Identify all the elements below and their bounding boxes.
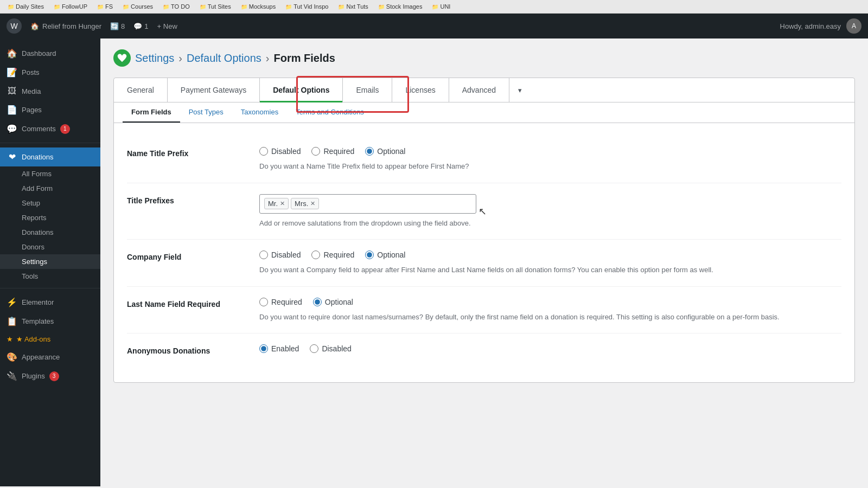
bookmark-label: UNI bbox=[440, 3, 450, 10]
breadcrumb-settings-link[interactable]: Settings bbox=[135, 52, 174, 65]
radio-required-option[interactable]: Required bbox=[311, 147, 354, 156]
sidebar-label: Templates bbox=[22, 317, 54, 325]
sidebar-item-donations-sub[interactable]: Donations bbox=[0, 225, 100, 240]
radio-required[interactable] bbox=[311, 147, 320, 156]
company-required-option[interactable]: Required bbox=[311, 251, 354, 259]
updates-link[interactable]: 🔄 8 bbox=[110, 22, 125, 30]
sidebar-addons[interactable]: ★ ★ Add-ons bbox=[0, 331, 100, 348]
last-name-required-option[interactable]: Required bbox=[259, 298, 302, 306]
plugins-badge: 3 bbox=[49, 371, 59, 381]
tab-licenses[interactable]: Licenses bbox=[392, 78, 449, 102]
sidebar-item-reports[interactable]: Reports bbox=[0, 210, 100, 225]
company-optional-option[interactable]: Optional bbox=[365, 251, 405, 259]
folder-icon: 📁 bbox=[8, 4, 14, 10]
main-content: Settings › Default Options › Form Fields… bbox=[100, 38, 868, 486]
bookmark-label: Daily Sites bbox=[16, 3, 44, 10]
anonymous-radio-disabled[interactable] bbox=[310, 344, 318, 353]
company-field-desc: Do you want a Company field to appear af… bbox=[259, 265, 841, 275]
sidebar-item-elementor[interactable]: ⚡ Elementor bbox=[0, 293, 100, 312]
wp-logo[interactable]: W bbox=[7, 18, 22, 34]
company-radio-disabled[interactable] bbox=[259, 251, 268, 259]
company-radio-required[interactable] bbox=[311, 251, 320, 259]
anonymous-disabled-label: Disabled bbox=[322, 344, 351, 353]
sidebar-item-donations[interactable]: ❤ Donations bbox=[0, 147, 100, 166]
sub-tab-post-types[interactable]: Post Types bbox=[180, 102, 232, 123]
sidebar-item-settings[interactable]: Settings bbox=[0, 254, 100, 269]
company-disabled-option[interactable]: Disabled bbox=[259, 251, 301, 259]
last-name-optional-option[interactable]: Optional bbox=[313, 298, 353, 306]
anonymous-disabled-option[interactable]: Disabled bbox=[310, 344, 351, 353]
appearance-icon: 🎨 bbox=[7, 352, 17, 362]
tab-general[interactable]: General bbox=[114, 78, 168, 102]
sub-tab-form-fields[interactable]: Form Fields bbox=[123, 102, 180, 123]
tab-emails[interactable]: Emails bbox=[343, 78, 392, 102]
anonymous-enabled-option[interactable]: Enabled bbox=[259, 344, 299, 353]
last-name-radio-required[interactable] bbox=[259, 298, 268, 306]
sub-tab-terms[interactable]: Terms and Conditions bbox=[287, 102, 373, 123]
howdy-text: Howdy, admin.easy bbox=[780, 22, 841, 30]
tab-more-dropdown[interactable]: ▾ bbox=[509, 78, 531, 102]
breadcrumb-current: Form Fields bbox=[273, 52, 335, 65]
avatar[interactable]: A bbox=[846, 18, 861, 34]
sidebar-label: Dashboard bbox=[22, 49, 56, 57]
bookmark-tut-vid[interactable]: 📁 Tut Vid Inspo bbox=[282, 2, 331, 11]
company-disabled-label: Disabled bbox=[271, 251, 301, 259]
sidebar-item-donors[interactable]: Donors bbox=[0, 240, 100, 254]
sidebar-item-all-forms[interactable]: All Forms bbox=[0, 166, 100, 181]
sidebar-item-templates[interactable]: 📋 Templates bbox=[0, 312, 100, 331]
tab-default-options[interactable]: Default Options bbox=[260, 78, 343, 102]
sidebar-item-add-form[interactable]: Add Form bbox=[0, 181, 100, 196]
plugins-icon: 🔌 bbox=[7, 371, 17, 381]
sidebar-item-pages[interactable]: 📄 Pages bbox=[0, 100, 100, 119]
sidebar-label: Posts bbox=[22, 68, 40, 76]
sidebar-item-plugins[interactable]: 🔌 Plugins 3 bbox=[0, 367, 100, 386]
bookmark-label: Mocksups bbox=[249, 3, 276, 10]
tag-mrs-remove[interactable]: ✕ bbox=[310, 201, 315, 207]
radio-disabled-option[interactable]: Disabled bbox=[259, 147, 301, 156]
radio-optional[interactable] bbox=[365, 147, 374, 156]
tag-mr-remove[interactable]: ✕ bbox=[280, 201, 285, 207]
radio-optional-option[interactable]: Optional bbox=[365, 147, 405, 156]
sync-icon: 🔄 bbox=[110, 22, 119, 30]
breadcrumb-default-options-link[interactable]: Default Options bbox=[187, 52, 261, 65]
breadcrumb-sep2: › bbox=[266, 52, 270, 65]
tag-mr-text: Mr. bbox=[268, 200, 278, 208]
tab-default-options-label: Default Options bbox=[273, 86, 329, 94]
company-radio-optional[interactable] bbox=[365, 251, 374, 259]
bookmark-courses[interactable]: 📁 Courses bbox=[119, 2, 156, 11]
bookmark-stock[interactable]: 📁 Stock Images bbox=[375, 2, 426, 11]
sub-tab-taxonomies[interactable]: Taxonomies bbox=[232, 102, 287, 123]
tag-input[interactable] bbox=[321, 198, 471, 209]
bookmark-daily-sites[interactable]: 📁 Daily Sites bbox=[4, 2, 47, 11]
bookmark-tut-sites[interactable]: 📁 Tut Sites bbox=[196, 2, 234, 11]
bookmark-fs[interactable]: 📁 FS bbox=[94, 2, 116, 11]
comment-icon: 💬 bbox=[133, 22, 142, 30]
comments-link[interactable]: 💬 1 bbox=[133, 22, 148, 30]
site-name-link[interactable]: 🏠 Relief from Hunger bbox=[30, 22, 101, 30]
sidebar-item-dashboard[interactable]: 🏠 Dashboard bbox=[0, 44, 100, 63]
radio-disabled[interactable] bbox=[259, 147, 268, 156]
sidebar-item-tools[interactable]: Tools bbox=[0, 269, 100, 284]
sidebar-item-appearance[interactable]: 🎨 Appearance bbox=[0, 348, 100, 367]
bookmark-nxt-tuts[interactable]: 📁 Nxt Tuts bbox=[335, 2, 371, 11]
admin-bar-right: Howdy, admin.easy A bbox=[780, 18, 861, 34]
tabs-container: General Payment Gateways Default Options… bbox=[113, 78, 855, 383]
tab-advanced[interactable]: Advanced bbox=[449, 78, 509, 102]
bookmark-followup[interactable]: 📁 FollowUP bbox=[50, 2, 91, 11]
tag-input-container[interactable]: Mr. ✕ Mrs. ✕ ↖ bbox=[259, 194, 476, 214]
anonymous-radio-enabled[interactable] bbox=[259, 344, 268, 353]
sidebar-item-comments[interactable]: 💬 Comments 1 bbox=[0, 119, 100, 138]
bookmark-mocksups[interactable]: 📁 Mocksups bbox=[238, 2, 279, 11]
bookmark-uni[interactable]: 📁 UNI bbox=[429, 2, 454, 11]
bookmark-todo[interactable]: 📁 TO DO bbox=[159, 2, 193, 11]
anonymous-radio-group: Enabled Disabled bbox=[259, 344, 841, 353]
new-button[interactable]: + New bbox=[157, 22, 177, 30]
sidebar-label: Plugins bbox=[22, 372, 45, 380]
sidebar-item-media[interactable]: 🖼 Media bbox=[0, 82, 100, 100]
last-name-radio-optional[interactable] bbox=[313, 298, 322, 306]
tab-payment-gateways[interactable]: Payment Gateways bbox=[168, 78, 260, 102]
company-field-row: Company Field Disabled Required bbox=[127, 240, 841, 287]
sidebar-item-setup[interactable]: Setup bbox=[0, 196, 100, 210]
sidebar-item-posts[interactable]: 📝 Posts bbox=[0, 63, 100, 82]
media-icon: 🖼 bbox=[7, 86, 17, 96]
